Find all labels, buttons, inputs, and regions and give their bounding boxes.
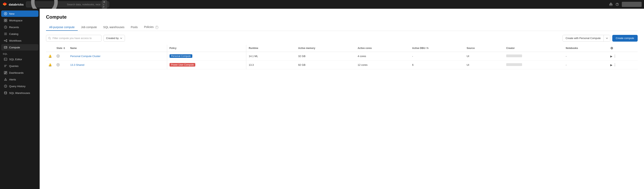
app-logo[interactable]: databricks (2, 2, 24, 7)
cluster-name-cell: Personal Compute Cluster (68, 52, 167, 60)
policy-badge-personal: Personal Compute (170, 54, 192, 58)
sidebar-item-workflows[interactable]: Workflows (1, 37, 38, 44)
clock-icon (4, 25, 7, 29)
top-navigation: databricks ⌘ + P (0, 0, 644, 9)
create-personal-dropdown[interactable]: Create with Personal Compute (562, 35, 610, 42)
svg-point-3 (617, 5, 617, 5)
filter-input[interactable] (52, 37, 99, 40)
plus-icon (4, 12, 7, 15)
play-icon[interactable]: ▶ (610, 63, 612, 67)
sidebar-item-recents[interactable]: Recents (1, 24, 38, 30)
compute-search[interactable] (46, 35, 102, 42)
compute-icon (4, 46, 7, 49)
sidebar-item-dashboards[interactable]: Dashboards (1, 70, 38, 76)
svg-point-20 (5, 80, 6, 80)
sidebar-item-query-history[interactable]: Query History (1, 83, 38, 89)
svg-rect-17 (6, 71, 7, 72)
source-cell: UI (464, 60, 504, 69)
th-runtime: Runtime (246, 45, 296, 52)
svg-rect-8 (6, 21, 7, 22)
sidebar-item-catalog[interactable]: Catalog (1, 31, 38, 37)
svg-rect-12 (6, 41, 7, 42)
chevron-down-icon (120, 37, 122, 39)
dbu-cell: - (410, 52, 464, 60)
created-by-filter[interactable]: Created by (104, 35, 125, 42)
main-content: Compute All-purpose compute Job compute … (40, 9, 644, 189)
sql-editor-icon (4, 58, 7, 61)
svg-rect-19 (4, 73, 5, 74)
state-running-icon (56, 54, 60, 58)
bell-cell: 🔔 (46, 60, 54, 69)
state-sort[interactable]: State (56, 47, 66, 49)
sql-warehouses-icon (4, 91, 7, 94)
state-cell (54, 52, 68, 60)
search-input[interactable] (67, 3, 100, 6)
create-dropdown-arrow[interactable] (604, 35, 610, 41)
workspace-icon (4, 19, 7, 22)
th-bell (46, 45, 54, 52)
bell-icon[interactable]: 🔔 (48, 54, 52, 58)
sidebar: New Workspace Recents Catalog (0, 9, 40, 189)
source-cell: UI (464, 52, 504, 60)
th-notebooks: Notebooks (563, 45, 608, 52)
cluster-link[interactable]: Personal Compute Cluster (70, 55, 100, 58)
play-icon[interactable]: ▶ (610, 55, 612, 58)
th-dbu: Active DBU / h (410, 45, 464, 52)
th-actions: ⚙ (608, 45, 638, 52)
th-policy: Policy (167, 45, 246, 52)
tab-all-purpose[interactable]: All-purpose compute (46, 24, 78, 31)
bell-cell: 🔔 (46, 52, 54, 60)
gift-icon[interactable] (609, 2, 613, 6)
sidebar-item-sql-editor[interactable]: SQL Editor (1, 56, 38, 62)
sidebar-item-workspace[interactable]: Workspace (1, 17, 38, 23)
sidebar-item-alerts[interactable]: Alerts (1, 76, 38, 83)
svg-point-14 (5, 47, 5, 48)
bell-icon[interactable]: 🔔 (48, 63, 52, 66)
sort-icon (63, 47, 66, 49)
chevron-down-icon (606, 37, 608, 39)
sidebar-item-sql-warehouses[interactable]: SQL Warehouses (1, 90, 38, 96)
workflows-icon (4, 39, 7, 42)
cluster-name-cell: 13.3 Shared (68, 60, 167, 69)
global-search[interactable]: ⌘ + P (26, 1, 109, 7)
sidebar-item-compute[interactable]: Compute (1, 44, 38, 50)
actions-cell: ▶ ⋮ (608, 52, 638, 60)
memory-cell: 92 GB (296, 60, 355, 69)
svg-rect-6 (6, 19, 7, 20)
th-source: Source (464, 45, 504, 52)
cluster-link[interactable]: 13.3 Shared (70, 63, 84, 66)
tab-job-compute[interactable]: Job compute (78, 24, 100, 31)
sidebar-item-queries[interactable]: Queries (1, 63, 38, 69)
sidebar-new-button[interactable]: New (1, 10, 38, 17)
more-actions-icon[interactable]: ⋮ (613, 54, 616, 58)
table-row: 🔔 13.3 Shared Power User Compute 13.3 92… (46, 60, 638, 69)
compute-table: State Name Policy Runtime (46, 45, 638, 69)
help-icon[interactable] (616, 2, 619, 6)
svg-point-22 (4, 92, 7, 93)
catalog-icon (4, 32, 7, 35)
policy-badge-power: Power User Compute (170, 63, 196, 67)
more-actions-icon[interactable]: ⋮ (613, 63, 616, 67)
th-creator: Creator (504, 45, 563, 52)
svg-rect-7 (4, 21, 5, 22)
th-state[interactable]: State (54, 45, 68, 52)
page-title: Compute (46, 14, 638, 20)
notebooks-cell: - (563, 52, 608, 60)
th-memory: Active memory (296, 45, 355, 52)
create-with-personal-compute-button[interactable]: Create with Personal Compute (563, 35, 604, 41)
tab-policies[interactable]: Policies ? (141, 24, 162, 31)
actions-cell: ▶ ⋮ (608, 60, 638, 69)
svg-rect-15 (4, 58, 7, 60)
compute-toolbar: Created by Create with Personal Compute … (46, 35, 638, 42)
tab-pools[interactable]: Pools (128, 24, 141, 31)
notebooks-cell: - (563, 60, 608, 69)
create-compute-button[interactable]: Create compute (612, 35, 638, 42)
policies-info-icon[interactable]: ? (155, 26, 158, 29)
creator-blurred (506, 63, 522, 66)
user-avatar[interactable] (622, 2, 642, 7)
table-settings-icon[interactable]: ⚙ (610, 46, 613, 50)
cores-cell: 4 cores (355, 52, 410, 60)
svg-rect-18 (6, 72, 7, 74)
tab-sql-warehouses[interactable]: SQL warehouses (100, 24, 128, 31)
table-row: 🔔 Personal Compute Cluster Personal Comp… (46, 52, 638, 60)
